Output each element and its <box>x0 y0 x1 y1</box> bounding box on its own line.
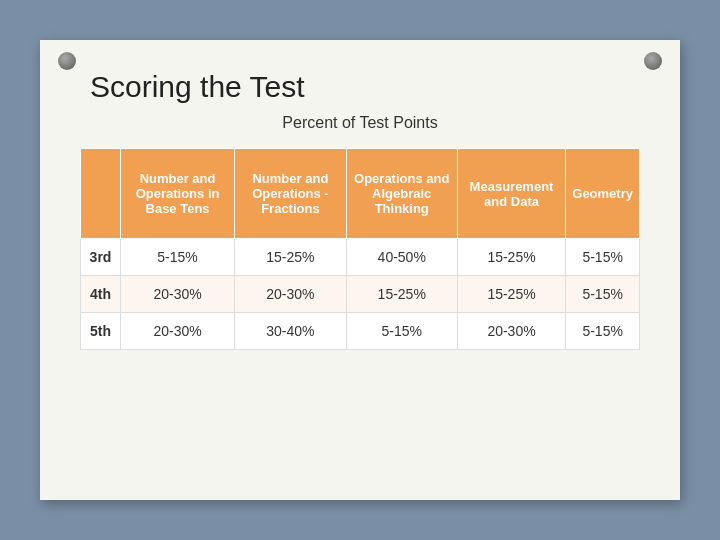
pin-top-right <box>644 52 662 70</box>
row4-col3: 15-25% <box>346 276 457 313</box>
scoring-table: Number and Operations in Base Tens Numbe… <box>80 148 640 350</box>
header-geometry: Geometry <box>566 149 640 239</box>
header-empty <box>81 149 121 239</box>
row5-col4: 20-30% <box>457 313 566 350</box>
row4-col4: 15-25% <box>457 276 566 313</box>
row3-col1: 5-15% <box>121 239 235 276</box>
table-row: 3rd 5-15% 15-25% 40-50% 15-25% 5-15% <box>81 239 640 276</box>
row5-col1: 20-30% <box>121 313 235 350</box>
table-row: 4th 20-30% 20-30% 15-25% 15-25% 5-15% <box>81 276 640 313</box>
row4-col5: 5-15% <box>566 276 640 313</box>
grade-4th: 4th <box>81 276 121 313</box>
table-row: 5th 20-30% 30-40% 5-15% 20-30% 5-15% <box>81 313 640 350</box>
row5-col3: 5-15% <box>346 313 457 350</box>
page-title: Scoring the Test <box>80 70 640 104</box>
header-base-tens: Number and Operations in Base Tens <box>121 149 235 239</box>
row4-col2: 20-30% <box>235 276 347 313</box>
row4-col1: 20-30% <box>121 276 235 313</box>
header-measurement: Measurement and Data <box>457 149 566 239</box>
row3-col4: 15-25% <box>457 239 566 276</box>
grade-3rd: 3rd <box>81 239 121 276</box>
row3-col3: 40-50% <box>346 239 457 276</box>
row3-col2: 15-25% <box>235 239 347 276</box>
paper-container: Scoring the Test Percent of Test Points … <box>40 40 680 500</box>
grade-5th: 5th <box>81 313 121 350</box>
pin-top-left <box>58 52 76 70</box>
row3-col5: 5-15% <box>566 239 640 276</box>
header-fractions: Number and Operations - Fractions <box>235 149 347 239</box>
row5-col2: 30-40% <box>235 313 347 350</box>
header-algebraic: Operations and Algebraic Thinking <box>346 149 457 239</box>
row5-col5: 5-15% <box>566 313 640 350</box>
page-subtitle: Percent of Test Points <box>80 114 640 132</box>
